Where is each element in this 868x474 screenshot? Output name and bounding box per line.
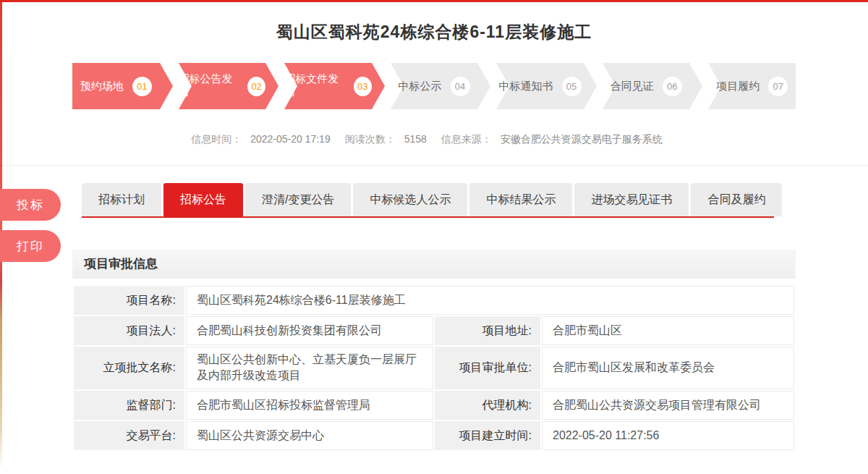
step-number-badge: 01 (132, 77, 152, 96)
step-label: 预约场地 (80, 80, 124, 93)
print-button[interactable]: 打印 (0, 230, 61, 262)
tab-entry-transaction-certificate[interactable]: 进场交易见证书 (574, 183, 689, 216)
field-label-project-name: 项目名称: (74, 286, 184, 315)
step-bid-announcement-published: 招标公告发布 02 (179, 63, 266, 109)
table-row: 项目名称: 蜀山区蜀科苑24栋综合楼6-11层装修施工 (74, 286, 794, 315)
field-value-agency: 合肥蜀山公共资源交易项目管理有限公司 (542, 391, 794, 420)
info-source-label: 信息来源： (441, 133, 492, 145)
step-label: 中标通知书 (499, 80, 553, 93)
tab-result-publicity[interactable]: 中标结果公示 (469, 183, 572, 216)
bid-button[interactable]: 投标 (0, 189, 61, 221)
step-number-badge: 07 (768, 77, 788, 96)
step-reserve-venue: 预约场地 01 (72, 63, 160, 109)
field-label-approval-document-name: 立项批文名称: (74, 347, 184, 389)
table-row: 项目法人: 合肥蜀山科技创新投资集团有限公司 项目地址: 合肥市蜀山区 (74, 316, 794, 345)
field-label-agency: 代理机构: (435, 391, 540, 420)
step-label: 招标公告发布 (179, 72, 239, 100)
field-value-project-address: 合肥市蜀山区 (542, 316, 794, 345)
project-approval-table: 项目名称: 蜀山区蜀科苑24栋综合楼6-11层装修施工 项目法人: 合肥蜀山科技… (72, 284, 796, 452)
step-contract-witness: 合同见证 06 (603, 63, 690, 109)
field-value-supervision-department: 合肥市蜀山区招标投标监督管理局 (186, 391, 433, 420)
field-value-trading-platform: 蜀山区公共资源交易中心 (186, 421, 433, 450)
section-title: 项目审批信息 (72, 250, 796, 279)
field-label-project-address: 项目地址: (435, 316, 540, 345)
step-number-badge: 02 (247, 77, 265, 96)
table-row: 立项批文名称: 蜀山区公共创新中心、立基天厦负一层展厅及内部升级改造项目 项目审… (74, 347, 794, 389)
field-label-approval-authority: 项目审批单位: (435, 347, 540, 389)
info-time-value: 2022-05-20 17:19 (250, 133, 331, 145)
field-label-supervision-department: 监督部门: (74, 391, 184, 420)
field-value-legal-entity: 合肥蜀山科技创新投资集团有限公司 (186, 316, 433, 345)
step-number-badge: 04 (451, 77, 470, 96)
tab-clarification-change-notice[interactable]: 澄清/变更公告 (245, 183, 351, 216)
step-number-badge: 06 (663, 77, 682, 96)
step-winner-publicity: 中标公示 04 (391, 63, 478, 109)
tab-bid-announcement[interactable]: 招标公告 (163, 183, 243, 216)
field-label-trading-platform: 交易平台: (74, 421, 184, 450)
document-tabs: 招标计划 招标公告 澄清/变更公告 中标候选人公示 中标结果公示 进场交易见证书… (82, 183, 868, 216)
step-label: 中标公示 (399, 80, 442, 93)
step-project-performance: 项目履约 07 (708, 63, 796, 109)
field-label-project-created-time: 项目建立时间: (435, 421, 540, 450)
field-value-approval-document-name: 蜀山区公共创新中心、立基天厦负一层展厅及内部升级改造项目 (186, 347, 433, 389)
read-count-label: 阅读次数： (345, 133, 396, 145)
table-row: 交易平台: 蜀山区公共资源交易中心 项目建立时间: 2022-05-20 11:… (74, 421, 794, 450)
process-step-bar: 预约场地 01 招标公告发布 02 招标文件发布 03 中标公示 04 中标通知… (72, 63, 796, 109)
step-label: 招标文件发布 (284, 72, 345, 100)
step-bid-documents-published: 招标文件发布 03 (284, 63, 372, 109)
field-value-project-created-time: 2022-05-20 11:27:56 (542, 421, 794, 450)
project-approval-section: 项目审批信息 项目名称: 蜀山区蜀科苑24栋综合楼6-11层装修施工 项目法人:… (72, 250, 796, 452)
info-time-label: 信息时间： (191, 133, 242, 145)
table-row: 监督部门: 合肥市蜀山区招标投标监督管理局 代理机构: 合肥蜀山公共资源交易项目… (74, 391, 794, 420)
tabs-underline (82, 216, 774, 218)
field-value-approval-authority: 合肥市蜀山区发展和改革委员会 (542, 347, 794, 389)
info-source-value: 安徽合肥公共资源交易电子服务系统 (501, 133, 663, 145)
step-number-badge: 05 (562, 77, 582, 96)
info-meta-line: 信息时间：2022-05-20 17:19阅读次数：5158信息来源：安徽合肥公… (0, 133, 868, 166)
tab-candidate-publicity[interactable]: 中标候选人公示 (353, 183, 467, 216)
step-number-badge: 03 (354, 77, 372, 96)
page-title: 蜀山区蜀科苑24栋综合楼6-11层装修施工 (0, 21, 868, 43)
tab-bid-plan[interactable]: 招标计划 (82, 183, 161, 216)
read-count-value: 5158 (404, 133, 427, 145)
step-award-notice: 中标通知书 05 (496, 63, 584, 109)
field-label-legal-entity: 项目法人: (74, 316, 184, 345)
tab-contract-and-performance[interactable]: 合同及履约 (691, 183, 782, 216)
step-label: 项目履约 (716, 80, 760, 93)
field-value-project-name: 蜀山区蜀科苑24栋综合楼6-11层装修施工 (186, 286, 794, 315)
step-label: 合同见证 (610, 80, 654, 93)
